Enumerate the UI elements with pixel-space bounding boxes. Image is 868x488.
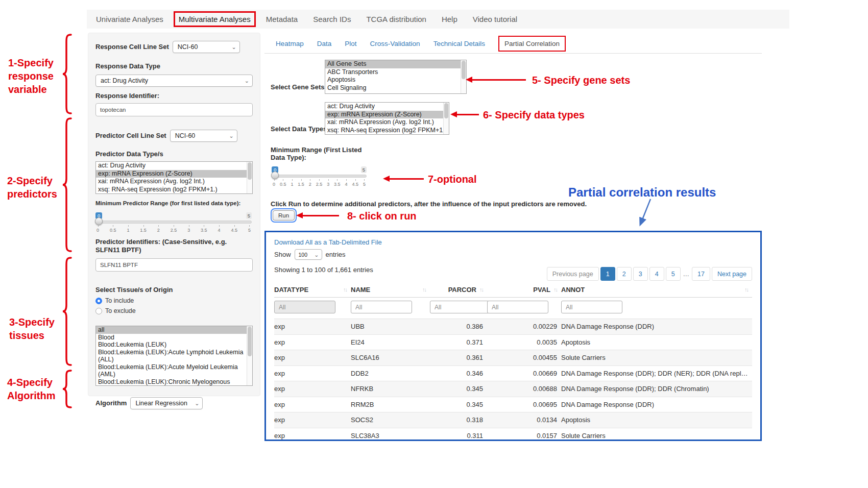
page-number-button[interactable]: 1 — [600, 267, 615, 281]
cell-name: EI24 — [351, 338, 430, 346]
scrollbar-thumb[interactable] — [248, 327, 252, 356]
listbox-option[interactable]: All Gene Sets — [325, 60, 466, 68]
column-header[interactable]: PARCOR ↑↓ — [430, 286, 487, 294]
slider-handle[interactable] — [271, 172, 279, 179]
next-page-button[interactable]: Next page — [712, 267, 752, 281]
cell-name: NFRKB — [351, 385, 430, 393]
nav-item[interactable]: Video tutorial — [468, 11, 522, 27]
page-number-button[interactable]: 4 — [649, 267, 664, 281]
listbox-option[interactable]: Blood:Leukemia (LEUK):Acute Lymphoid Leu… — [96, 349, 252, 363]
tab-item[interactable]: Technical Details — [433, 40, 485, 47]
nav-item[interactable]: TCGA distribution — [361, 11, 431, 27]
nav-item[interactable]: Help — [437, 11, 463, 27]
scrollbar[interactable] — [247, 162, 252, 193]
listbox-option[interactable]: Blood:Leukemia (LEUK):Acute Myeloid Leuk… — [96, 363, 252, 378]
listbox-option[interactable]: xai: mRNA Expression (Avg. log2 Int.) — [96, 178, 252, 186]
min-predictor-range-slider[interactable]: 0 5 00.511.522.533.544.55 — [95, 213, 252, 232]
page-number-button[interactable]: 2 — [617, 267, 632, 281]
table-row[interactable]: exp DDB2 0.346 0.00669 DNA Damage Respon… — [274, 365, 752, 381]
listbox-option[interactable]: all — [96, 326, 252, 334]
column-header[interactable]: ANNOT ↑↓ — [561, 286, 752, 294]
response-data-type-select[interactable]: act: Drug Activity ⌄ — [95, 75, 253, 87]
slider-tick-label: 1.5 — [140, 225, 147, 233]
predictor-identifiers-input[interactable] — [95, 258, 253, 272]
scrollbar-thumb[interactable] — [444, 103, 448, 118]
algorithm-select[interactable]: Linear Regression ⌄ — [130, 397, 203, 409]
listbox-option[interactable]: exp: mRNA Expression (Z-Score) — [325, 111, 449, 119]
table-row[interactable]: exp EI24 0.371 0.0035 Apoptosis — [274, 334, 752, 350]
tissue-include-option[interactable]: To include — [95, 297, 253, 304]
slider-tick-label: 3 — [327, 179, 329, 187]
table-row[interactable]: exp UBB 0.386 0.00229 DNA Damage Respons… — [274, 319, 752, 334]
scrollbar[interactable] — [443, 103, 449, 134]
cell-parcor: 0.346 — [430, 370, 487, 377]
listbox-option[interactable]: xsq: RNA-seq Expression (log2 FPKM+1.) — [325, 127, 449, 135]
listbox-option[interactable]: Apoptosis — [325, 76, 466, 84]
tab-item[interactable]: Plot — [345, 40, 356, 47]
sort-icon[interactable]: ↑↓ — [744, 286, 748, 292]
page-length-select[interactable]: 100 ⌄ — [295, 249, 322, 260]
slider-track[interactable] — [95, 221, 252, 224]
table-row[interactable]: exp RRM2B 0.345 0.00695 DNA Damage Respo… — [274, 397, 752, 412]
column-header[interactable]: DATATYPE ↑↓ — [274, 286, 351, 294]
run-button[interactable]: Run — [273, 210, 295, 221]
slider-tick-label: 0 — [273, 179, 275, 187]
nav-item[interactable]: Univariate Analyses — [91, 11, 168, 27]
table-row[interactable]: exp SLC38A3 0.311 0.0157 Solute Carriers — [274, 428, 752, 444]
listbox-option[interactable]: Cell Signaling — [325, 84, 466, 92]
column-filter-input[interactable] — [430, 301, 491, 313]
response-identifier-input[interactable] — [95, 103, 253, 116]
listbox-option[interactable]: act: Drug Activity — [325, 103, 449, 111]
table-row[interactable]: exp SOCS2 0.318 0.0134 Apoptosis — [274, 412, 752, 428]
column-header[interactable]: PVAL ↑↓ — [487, 286, 561, 294]
tab-item[interactable]: Data — [317, 40, 332, 47]
sort-icon[interactable]: ↑↓ — [553, 286, 557, 292]
sort-icon[interactable]: ↑↓ — [343, 286, 347, 292]
tab-item[interactable]: Heatmap — [276, 40, 304, 47]
nav-item[interactable]: Metadata — [261, 11, 303, 27]
column-filter-input[interactable] — [351, 301, 412, 313]
response-cell-line-set-label: Response Cell Line Set — [95, 43, 169, 51]
table-row[interactable]: exp SLC6A16 0.361 0.00455 Solute Carrier… — [274, 350, 752, 365]
listbox-option[interactable]: xai: mRNA Expression (Avg. log2 Int.) — [325, 118, 449, 127]
scrollbar-thumb[interactable] — [248, 162, 252, 180]
predictor-data-types-label: Predictor Data Type/s — [95, 150, 253, 158]
listbox-option[interactable]: act: Drug Activity — [96, 162, 252, 170]
tissue-exclude-option[interactable]: To exclude — [95, 307, 253, 314]
radio-unchecked-icon[interactable] — [95, 308, 102, 314]
predictor-cell-line-set-select[interactable]: NCI-60 ⌄ — [170, 130, 237, 142]
slider-track[interactable] — [272, 175, 367, 178]
listbox-option[interactable]: xsq: RNA-seq Expression (log2 FPKM+1.) — [96, 186, 252, 194]
slider-tick-label: 5 — [248, 225, 251, 233]
page-number-button[interactable]: … — [682, 267, 691, 281]
table-row[interactable]: exp NFRKB 0.345 0.00688 DNA Damage Respo… — [274, 381, 752, 397]
listbox-option[interactable]: exp: mRNA Expression (Z-Score) — [96, 170, 252, 178]
annotation-step4: 4-Specify Algorithm — [7, 376, 61, 402]
radio-checked-icon[interactable] — [95, 298, 102, 304]
cell-datatype: exp — [274, 323, 351, 330]
page-number-button[interactable]: 17 — [692, 267, 710, 281]
column-filter-input[interactable] — [561, 301, 622, 313]
listbox-option[interactable]: Blood:Leukemia (LEUK):Chronic Myelogenou… — [96, 378, 252, 386]
listbox-option[interactable]: Blood — [96, 334, 252, 341]
min-range-slider[interactable]: 0 5 00.511.522.533.544.55 — [272, 167, 367, 186]
response-cell-line-set-select[interactable]: NCI-60 ⌄ — [173, 41, 240, 53]
page-number-button[interactable]: 5 — [666, 267, 681, 281]
listbox-option[interactable]: ABC Transporters — [325, 68, 466, 77]
previous-page-button[interactable]: Previous page — [547, 267, 599, 281]
tab-item[interactable]: Partial Correlation — [498, 36, 566, 52]
column-filter-input[interactable] — [487, 301, 548, 313]
column-header[interactable]: NAME ↑↓ — [351, 286, 430, 294]
download-all-link[interactable]: Download All as a Tab-Delimited File — [274, 238, 752, 246]
sort-icon[interactable]: ↑↓ — [479, 286, 483, 292]
nav-item[interactable]: Multivariate Analyses — [174, 11, 256, 27]
scrollbar-thumb[interactable] — [462, 61, 466, 79]
nav-item[interactable]: Search IDs — [308, 11, 356, 27]
tab-item[interactable]: Cross-Validation — [370, 40, 420, 47]
scrollbar[interactable] — [247, 326, 252, 385]
column-filter-input[interactable] — [274, 301, 335, 313]
slider-handle[interactable] — [95, 217, 103, 225]
listbox-option[interactable]: Blood:Leukemia (LEUK) — [96, 341, 252, 349]
page-number-button[interactable]: 3 — [633, 267, 648, 281]
sort-icon[interactable]: ↑↓ — [422, 286, 426, 292]
